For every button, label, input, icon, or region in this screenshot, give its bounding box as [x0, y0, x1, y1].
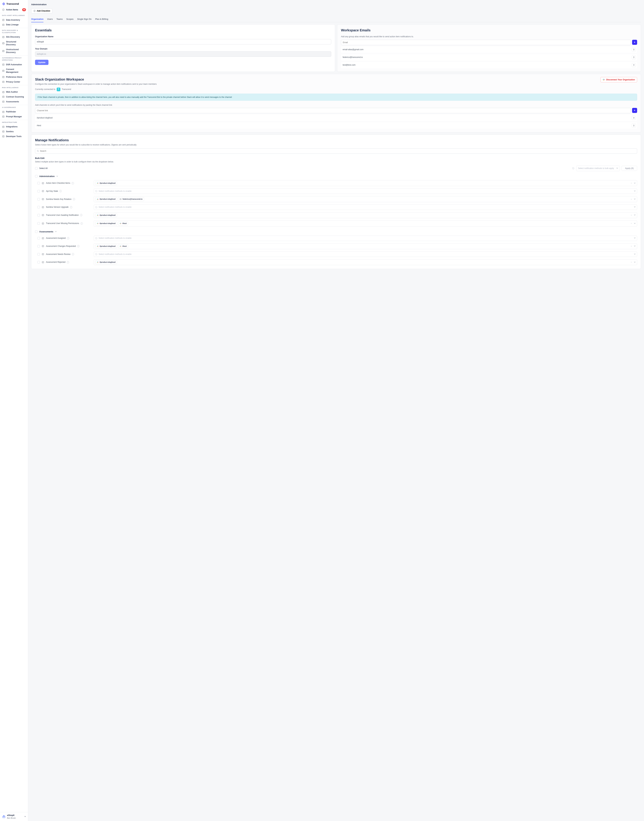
tab[interactable]: Single Sign On [77, 17, 92, 22]
add-email-button[interactable]: + [632, 40, 637, 45]
clear-icon[interactable] [630, 214, 632, 216]
notif-checkbox[interactable] [37, 245, 40, 247]
group-checkbox[interactable] [35, 230, 38, 233]
notif-tag[interactable]: #product-dogfood [95, 213, 117, 217]
info-icon[interactable]: i [81, 223, 83, 225]
sidebar-item[interactable]: Web Auditor [2, 90, 26, 94]
select-all-checkbox[interactable] [35, 167, 38, 170]
manage-title: Manage Notifications [35, 138, 637, 143]
info-icon[interactable]: i [73, 198, 75, 200]
svg-rect-68 [42, 253, 44, 255]
sidebar-item[interactable]: DSR Automation [2, 62, 26, 67]
email-input[interactable] [341, 40, 631, 45]
add-checklist-button[interactable]: Add Checklist [31, 8, 52, 14]
notif-checkbox[interactable] [37, 261, 40, 264]
slack-icon [97, 198, 99, 200]
channel-link-input[interactable] [35, 108, 631, 113]
notif-method-select[interactable]: #product-dogfood [94, 180, 637, 186]
clear-icon[interactable] [630, 245, 632, 247]
sidebar-item[interactable]: Data Lineage [2, 22, 26, 27]
info-icon[interactable]: i [77, 245, 80, 247]
tab[interactable]: Organization [31, 17, 43, 22]
tab[interactable]: Teams [57, 17, 63, 22]
notif-method-select[interactable]: Select notification methods to enable [94, 252, 637, 257]
sidebar-item[interactable]: Unstructured Discovery [2, 47, 26, 55]
bulk-method-select[interactable]: Select notification methods to bulk appl… [576, 166, 620, 171]
info-icon[interactable]: i [72, 182, 74, 184]
notif-tag[interactable]: #test [118, 244, 128, 248]
notif-tag[interactable]: #test [118, 221, 128, 226]
sidebar-footer[interactable]: eShopIt Ben Brook [0, 812, 28, 821]
delete-email-button[interactable] [632, 63, 636, 67]
notif-checkbox[interactable] [37, 182, 40, 184]
sidebar-item[interactable]: Assessments [2, 99, 26, 104]
notif-tag[interactable]: #product-dogfood [95, 260, 117, 264]
disconnect-button[interactable]: Disconnect Your Organization [600, 77, 637, 82]
tab[interactable]: Plan & Billing [95, 17, 108, 22]
clear-icon[interactable] [630, 223, 632, 224]
sidebar-item[interactable]: Sombra [2, 129, 26, 134]
sidebar-item-icon [2, 18, 5, 21]
notif-checkbox[interactable] [37, 222, 40, 225]
sidebar-item[interactable]: Developer Tools [2, 134, 26, 139]
notif-checkbox[interactable] [37, 214, 40, 216]
search-input[interactable] [35, 148, 637, 154]
delete-email-button[interactable] [632, 55, 636, 60]
notif-method-select[interactable]: Select notification methods to enable [94, 204, 637, 210]
notif-row: Action Item Checklist Items i#product-do… [35, 180, 637, 186]
notif-group-header[interactable]: Administration [35, 175, 637, 178]
svg-rect-13 [3, 96, 5, 98]
sidebar-item[interactable]: Silo Discovery [2, 35, 26, 40]
clear-icon[interactable] [630, 198, 632, 200]
apply-button[interactable]: Apply (0) [621, 166, 637, 171]
delete-channel-button[interactable] [632, 116, 636, 120]
notif-method-select[interactable]: #product-dogfood [94, 259, 637, 265]
notif-method-select[interactable]: Select notification methods to enable [94, 236, 637, 241]
sidebar-item[interactable]: Preference Store [2, 75, 26, 80]
delete-channel-button[interactable] [632, 123, 636, 127]
info-icon[interactable]: i [67, 261, 69, 264]
org-name-input[interactable] [35, 39, 331, 45]
sidebar-item[interactable]: Prompt Manager [2, 114, 26, 119]
sidebar-item[interactable]: Consent Management [2, 67, 26, 75]
notif-tag[interactable]: #product-dogfood [95, 244, 117, 248]
info-icon[interactable]: i [80, 214, 82, 216]
notif-method-select[interactable]: Select notification methods to enable [94, 189, 637, 194]
brand[interactable]: Transcend [0, 0, 28, 7]
clear-icon[interactable] [630, 261, 632, 263]
notif-tag[interactable]: #product-dogfood [95, 197, 117, 201]
notif-method-select[interactable]: #product-dogfood#test [94, 221, 637, 226]
notif-checkbox[interactable] [37, 253, 40, 256]
notif-method-select[interactable]: #product-dogfood [94, 212, 637, 218]
sidebar-item[interactable]: Privacy Center [2, 80, 26, 84]
update-button[interactable]: Update [35, 60, 49, 65]
info-icon[interactable]: i [72, 253, 74, 255]
info-icon[interactable]: i [59, 190, 62, 192]
sidebar-item[interactable]: Data Inventory [2, 18, 26, 23]
add-channel-button[interactable]: + [632, 108, 637, 113]
sidebar-action-items[interactable]: Action Items 44 [0, 7, 28, 13]
notif-tag[interactable]: #product-dogfood [95, 181, 117, 185]
delete-email-button[interactable] [632, 48, 636, 52]
notif-method-select[interactable]: #product-dogfoodfederico@transcend.io [94, 196, 637, 202]
notif-tag[interactable]: federico@transcend.io [118, 197, 144, 201]
search-icon [37, 150, 39, 152]
info-icon[interactable]: i [70, 206, 72, 209]
clear-icon[interactable] [630, 182, 632, 184]
channel-list-item: #product-dogfood [35, 115, 637, 121]
notif-method-select[interactable]: #product-dogfood#test [94, 243, 637, 249]
sidebar-item[interactable]: Pathfinder [2, 109, 26, 114]
tab[interactable]: Scopes [66, 17, 74, 22]
notif-checkbox[interactable] [37, 190, 40, 192]
sidebar-item[interactable]: Contract Scanning [2, 94, 26, 99]
notif-group-header[interactable]: Assessments [35, 230, 637, 233]
notif-checkbox[interactable] [37, 237, 40, 239]
notif-checkbox[interactable] [37, 198, 40, 201]
info-icon[interactable]: i [67, 237, 69, 239]
group-checkbox[interactable] [35, 175, 38, 178]
sidebar-item[interactable]: Structured Discovery [2, 40, 26, 47]
sidebar-item[interactable]: Integrations [2, 124, 26, 129]
notif-checkbox[interactable] [37, 206, 40, 209]
tab[interactable]: Users [47, 17, 53, 22]
notif-tag[interactable]: #product-dogfood [95, 221, 117, 226]
